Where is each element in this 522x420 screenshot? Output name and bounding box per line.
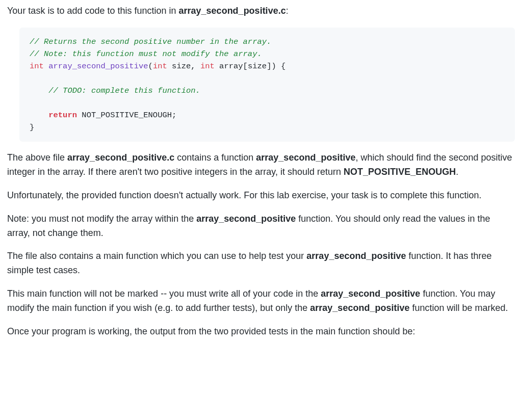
p1-t2: contains a function [174,152,256,163]
p3-t1: Note: you must not modify the array with… [7,214,196,224]
intro-filename: array_second_positive.c [179,6,286,16]
p5-t3: function will be marked. [409,303,508,313]
intro-suffix: : [286,6,289,16]
code-close-brace: } [30,123,34,132]
paragraph-3: Note: you must not modify the array with… [7,212,515,241]
code-param-array: array[size]) { [215,62,286,71]
p4-b1: array_second_positive [306,251,406,261]
document-content: Your task is to add code to this functio… [0,0,522,357]
code-function-name: array_second_positive [48,62,148,71]
intro-prefix: Your task is to add code to this functio… [7,6,179,16]
paragraph-2: Unfortunately, the provided function doe… [7,189,515,203]
code-keyword-int: int [30,62,44,71]
p3-b1: array_second_positive [196,214,296,224]
paragraph-4: The file also contains a main function w… [7,249,515,278]
p1-b3: NOT_POSITIVE_ENOUGH [344,167,456,177]
code-comment-1: // Returns the second positive number in… [30,37,271,46]
p5-t1: This main function will not be marked --… [7,288,321,299]
code-todo-comment: // TODO: complete this function. [48,86,200,95]
code-param-size: size, [167,62,200,71]
code-block: // Returns the second positive number in… [19,28,515,142]
p1-t4: . [456,167,458,177]
code-keyword-int-2: int [153,62,167,71]
paragraph-5: This main function will not be marked --… [7,287,515,316]
code-return-value: NOT_POSITIVE_ENOUGH; [77,111,176,120]
p4-t1: The file also contains a main function w… [7,251,306,261]
code-keyword-int-3: int [200,62,215,71]
intro-paragraph: Your task is to add code to this functio… [7,4,515,18]
code-sig-open: ( [148,62,153,71]
paragraph-6: Once your program is working, the output… [7,325,515,339]
p1-b2: array_second_positive [256,152,355,163]
p1-t1: The above file [7,152,67,163]
code-return-keyword: return [48,111,77,120]
p1-b1: array_second_positive.c [67,152,174,163]
code-comment-2: // Note: this function must not modify t… [30,49,262,59]
paragraph-1: The above file array_second_positive.c c… [7,151,515,179]
p5-b2: array_second_positive [310,303,409,313]
p5-b1: array_second_positive [321,288,420,299]
